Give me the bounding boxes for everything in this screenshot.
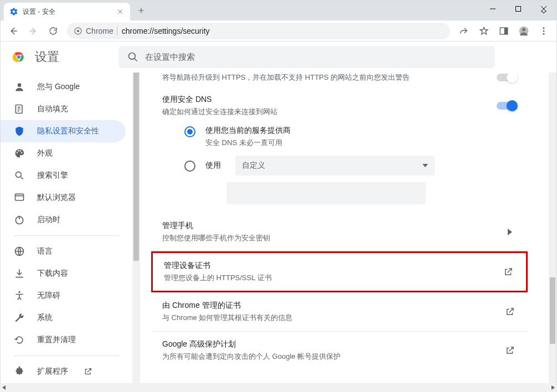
advanced-protection-row[interactable]: Google 高级保护计划 为所有可能会遭到定向攻击的个人 Google 帐号提… — [151, 332, 528, 369]
close-window-button[interactable] — [531, 1, 556, 17]
url-text: chrome://settings/security — [122, 27, 443, 35]
extension-icon — [14, 366, 25, 377]
sidebar-scrollbar[interactable] — [132, 73, 140, 384]
caret-down-icon — [422, 164, 428, 167]
sidebar-item-languages[interactable]: 语言 — [1, 240, 126, 262]
profile-button[interactable] — [514, 22, 533, 40]
browser-toolbar: Chrome chrome://settings/security — [1, 20, 556, 42]
sidebar-item-accessibility[interactable]: 无障碍 — [1, 285, 126, 307]
secure-dns-toggle[interactable] — [497, 102, 517, 110]
sidebar-label: 您与 Google — [37, 82, 80, 92]
chrome-certificates-row[interactable]: 由 Chrome 管理的证书 与 Chrome 如何管理其根证书有关的信息 — [151, 293, 528, 331]
svg-rect-0 — [516, 7, 521, 12]
horizontal-scrollbar[interactable] — [0, 383, 557, 392]
sidebar-label: 语言 — [37, 246, 53, 256]
dns-custom-input[interactable] — [226, 182, 426, 204]
sidebar-label: 下载内容 — [37, 269, 68, 278]
globe-icon — [14, 246, 25, 257]
settings-sidebar: 您与 Google 自动填充 隐私设置和安全性 外观 搜索引擎 默认浏览器 — [1, 73, 132, 384]
wrench-icon — [14, 312, 25, 323]
page-title: 设置 — [35, 49, 59, 65]
sidebar-item-extensions[interactable]: 扩展程序 — [1, 360, 126, 383]
gear-icon — [9, 7, 18, 16]
row-desc: 为所有可能会遭到定向攻击的个人 Google 帐号提供保护 — [162, 352, 503, 362]
sidebar-item-appearance[interactable]: 外观 — [1, 142, 126, 164]
share-button[interactable] — [455, 22, 473, 40]
manage-phones-row[interactable]: 管理手机 控制您使用哪些手机作为安全密钥 — [151, 213, 528, 251]
sidebar-label: 隐私设置和安全性 — [37, 126, 99, 136]
sidebar-item-search-engine[interactable]: 搜索引擎 — [1, 164, 126, 187]
browser-tab[interactable]: 设置 - 安全 — [4, 3, 130, 20]
radio-label: 使用 — [205, 161, 221, 171]
row-title: 管理手机 — [162, 221, 503, 231]
sidebar-item-privacy-security[interactable]: 隐私设置和安全性 — [1, 120, 126, 142]
sidebar-label: 扩展程序 — [37, 367, 68, 376]
scrollbar-thumb[interactable] — [550, 277, 555, 344]
dns-option-current-provider[interactable]: 使用您当前的服务提供商 安全 DNS 未必一直可用 — [184, 126, 517, 148]
svg-point-6 — [522, 28, 525, 31]
sidebar-label: 启动时 — [37, 215, 60, 225]
svg-point-16 — [16, 172, 21, 177]
url-scheme-label: Chrome — [86, 27, 114, 35]
sidebar-item-you-and-google[interactable]: 您与 Google — [1, 76, 126, 98]
chrome-logo-icon — [12, 50, 26, 64]
content-scrollbar[interactable] — [549, 73, 556, 384]
sidebar-label: 重置并清理 — [37, 335, 76, 345]
dns-custom-dropdown[interactable]: 自定义 — [235, 156, 435, 176]
back-button[interactable] — [4, 22, 23, 40]
https-upgrade-toggle[interactable] — [497, 74, 517, 81]
browser-icon — [14, 192, 25, 203]
person-icon — [14, 81, 25, 92]
open-in-new-icon — [503, 344, 517, 357]
row-desc: 管理您设备上的 HTTPS/SSL 证书 — [164, 273, 502, 283]
row-title: 由 Chrome 管理的证书 — [162, 301, 503, 311]
secure-dns-section: 使用安全 DNS 确定如何通过安全连接来连接到网站 使用您当前的服务提供商 安全… — [151, 89, 528, 213]
scroll-left-button[interactable] — [0, 383, 9, 392]
sidebar-item-on-startup[interactable]: 启动时 — [1, 209, 126, 231]
scrollbar-thumb[interactable] — [133, 73, 139, 261]
svg-point-8 — [543, 30, 545, 32]
svg-rect-4 — [504, 28, 508, 34]
sidebar-item-downloads[interactable]: 下载内容 — [1, 262, 126, 285]
sidebar-item-system[interactable]: 系统 — [1, 307, 126, 329]
dns-option-custom[interactable]: 使用 自定义 — [184, 156, 517, 176]
address-bar[interactable]: Chrome chrome://settings/security — [67, 23, 450, 39]
tab-close-button[interactable] — [116, 7, 125, 16]
sidebar-label: 默认浏览器 — [37, 193, 76, 203]
tab-title: 设置 - 安全 — [23, 7, 111, 17]
side-panel-button[interactable] — [494, 22, 513, 40]
power-icon — [14, 214, 25, 225]
sidebar-label: 系统 — [37, 313, 53, 323]
shield-icon — [14, 126, 25, 137]
sidebar-separator — [14, 235, 119, 236]
sidebar-item-autofill[interactable]: 自动填充 — [1, 98, 126, 120]
settings-search-input[interactable]: 在设置中搜索 — [118, 46, 495, 68]
forward-button[interactable] — [24, 22, 43, 40]
autofill-icon — [14, 104, 25, 115]
download-icon — [14, 268, 25, 279]
radio-button[interactable] — [184, 161, 195, 172]
open-in-new-icon — [502, 265, 515, 278]
https-upgrade-desc: 将导航路径升级到 HTTPS，并在加载不支持 HTTPS 的网站之前向您发出警告 — [162, 73, 497, 82]
sidebar-label: 搜索引擎 — [37, 171, 68, 180]
scroll-right-button[interactable] — [548, 383, 557, 392]
bookmark-button[interactable] — [475, 22, 493, 40]
svg-rect-17 — [16, 194, 24, 200]
svg-point-9 — [543, 33, 545, 34]
new-tab-button[interactable] — [133, 3, 149, 18]
minimize-button[interactable] — [480, 1, 506, 17]
sidebar-item-reset[interactable]: 重置并清理 — [1, 329, 126, 351]
svg-point-2 — [77, 30, 79, 32]
maximize-button[interactable] — [506, 1, 531, 17]
secure-dns-desc: 确定如何通过安全连接来连接到网站 — [162, 107, 497, 117]
sidebar-item-default-browser[interactable]: 默认浏览器 — [1, 187, 126, 209]
site-info-icon[interactable]: Chrome — [74, 27, 117, 35]
secure-dns-title: 使用安全 DNS — [162, 95, 497, 105]
radio-button[interactable] — [184, 126, 195, 137]
palette-icon — [14, 148, 25, 159]
reload-button[interactable] — [44, 22, 63, 40]
settings-content: 将导航路径升级到 HTTPS，并在加载不支持 HTTPS 的网站之前向您发出警告… — [140, 73, 549, 384]
manage-certificates-row[interactable]: 管理设备证书 管理您设备上的 HTTPS/SSL 证书 — [151, 251, 528, 292]
menu-button[interactable] — [534, 22, 553, 40]
sidebar-label: 外观 — [37, 148, 53, 158]
